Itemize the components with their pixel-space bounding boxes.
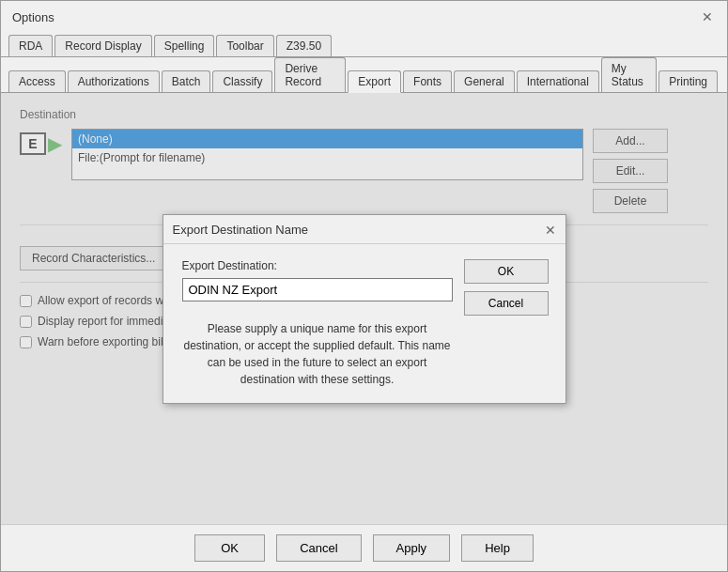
modal-titlebar: Export Destination Name ✕ [163, 215, 565, 244]
modal-title: Export Destination Name [173, 223, 309, 237]
tab-classify[interactable]: Classify [212, 70, 272, 92]
tab-rda[interactable]: RDA [8, 35, 53, 56]
modal-body: Export Destination: Please supply a uniq… [182, 259, 547, 388]
help-button[interactable]: Help [461, 534, 534, 562]
tab-toolbar[interactable]: Toolbar [216, 35, 273, 56]
tab-export[interactable]: Export [348, 70, 401, 93]
tab-record-display[interactable]: Record Display [54, 35, 151, 56]
tab-batch[interactable]: Batch [162, 70, 211, 92]
tab-printing[interactable]: Printing [658, 70, 718, 92]
apply-button[interactable]: Apply [373, 534, 451, 562]
modal-right-buttons: OK Cancel [453, 259, 547, 388]
content-area: Destination E ▶ (None) File:(Prompt for … [1, 93, 727, 524]
ok-button[interactable]: OK [194, 534, 265, 562]
close-button[interactable]: ✕ [699, 8, 716, 25]
modal-ok-button[interactable]: OK [464, 259, 549, 284]
titlebar: Options ✕ [1, 1, 727, 31]
bottom-buttons: OK Cancel Apply Help [1, 524, 727, 571]
tab-authorizations[interactable]: Authorizations [68, 70, 160, 92]
modal-close-button[interactable]: ✕ [545, 223, 556, 238]
modal-overlay: Export Destination Name ✕ Export Destina… [1, 93, 727, 524]
modal-content: Export Destination: Please supply a uniq… [163, 244, 565, 403]
modal-left-section: Export Destination: Please supply a uniq… [182, 259, 453, 388]
export-destination-modal: Export Destination Name ✕ Export Destina… [163, 214, 566, 404]
window-title: Options [12, 10, 54, 24]
modal-cancel-button[interactable]: Cancel [464, 291, 549, 316]
tab-fonts[interactable]: Fonts [403, 70, 452, 92]
options-window: Options ✕ RDA Record Display Spelling To… [0, 0, 728, 572]
cancel-button[interactable]: Cancel [276, 534, 361, 562]
tab-z3950[interactable]: Z39.50 [276, 35, 332, 56]
tab-international[interactable]: International [517, 70, 599, 92]
tabs-row1: RDA Record Display Spelling Toolbar Z39.… [1, 31, 727, 57]
tabs-row2: Access Authorizations Batch Classify Der… [1, 57, 727, 93]
tab-my-status[interactable]: My Status [601, 57, 658, 92]
tab-spelling[interactable]: Spelling [154, 35, 215, 56]
tab-access[interactable]: Access [8, 70, 66, 92]
tab-derive-record[interactable]: Derive Record [274, 57, 346, 92]
destination-name-input[interactable] [182, 278, 453, 301]
destination-field-label: Export Destination: [182, 259, 453, 272]
modal-description-text: Please supply a unique name for this exp… [182, 320, 453, 388]
tab-general[interactable]: General [454, 70, 515, 92]
